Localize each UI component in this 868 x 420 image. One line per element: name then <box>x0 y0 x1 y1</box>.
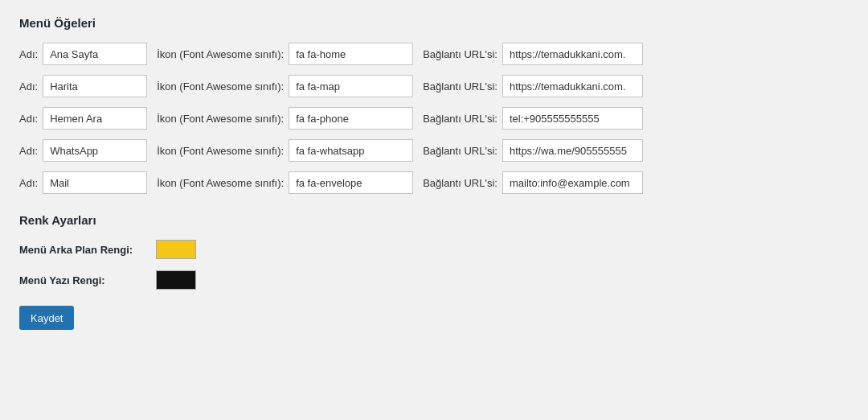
bg-color-label: Menü Arka Plan Rengi: <box>19 244 148 256</box>
icon-input-2[interactable] <box>289 107 413 130</box>
menu-row-4: Adı: İkon (Font Awesome sınıfı): Bağlant… <box>19 171 849 194</box>
url-label-0: Bağlantı URL'si: <box>423 48 497 60</box>
icon-label-2: İkon (Font Awesome sınıfı): <box>157 113 284 125</box>
icon-input-1[interactable] <box>289 75 413 97</box>
bg-color-row: Menü Arka Plan Rengi: <box>19 240 849 259</box>
menu-row-3: Adı: İkon (Font Awesome sınıfı): Bağlant… <box>19 139 849 162</box>
icon-group-3: İkon (Font Awesome sınıfı): <box>157 139 413 162</box>
name-input-1[interactable] <box>43 75 147 97</box>
url-input-2[interactable] <box>502 107 643 130</box>
url-group-0: Bağlantı URL'si: <box>423 43 643 65</box>
menu-row-0: Adı: İkon (Font Awesome sınıfı): Bağlant… <box>19 43 849 65</box>
menu-row-2: Adı: İkon (Font Awesome sınıfı): Bağlant… <box>19 107 849 130</box>
name-group-1: Adı: <box>19 75 147 97</box>
menu-items-section: Menü Öğeleri Adı: İkon (Font Awesome sın… <box>19 16 849 194</box>
icon-group-2: İkon (Font Awesome sınıfı): <box>157 107 413 130</box>
name-group-3: Adı: <box>19 139 147 162</box>
icon-group-0: İkon (Font Awesome sınıfı): <box>157 43 413 65</box>
url-input-3[interactable] <box>502 139 643 162</box>
menu-items-title: Menü Öğeleri <box>19 16 849 30</box>
url-label-3: Bağlantı URL'si: <box>423 145 497 157</box>
url-label-4: Bağlantı URL'si: <box>423 177 497 189</box>
color-settings-title: Renk Ayarları <box>19 213 849 227</box>
name-group-0: Adı: <box>19 43 147 65</box>
text-color-label: Menü Yazı Rengi: <box>19 274 148 286</box>
icon-input-0[interactable] <box>289 43 413 65</box>
name-input-0[interactable] <box>43 43 147 65</box>
menu-rows-container: Adı: İkon (Font Awesome sınıfı): Bağlant… <box>19 43 849 194</box>
url-input-1[interactable] <box>502 75 643 97</box>
menu-row-1: Adı: İkon (Font Awesome sınıfı): Bağlant… <box>19 75 849 97</box>
url-input-0[interactable] <box>502 43 643 65</box>
url-group-4: Bağlantı URL'si: <box>423 171 643 194</box>
url-label-2: Bağlantı URL'si: <box>423 113 497 125</box>
icon-label-0: İkon (Font Awesome sınıfı): <box>157 48 284 60</box>
bg-color-swatch[interactable] <box>156 240 196 259</box>
icon-group-4: İkon (Font Awesome sınıfı): <box>157 171 413 194</box>
name-label-3: Adı: <box>19 145 38 157</box>
save-button[interactable]: Kaydet <box>19 306 74 330</box>
name-group-2: Adı: <box>19 107 147 130</box>
name-group-4: Adı: <box>19 171 147 194</box>
icon-label-1: İkon (Font Awesome sınıfı): <box>157 80 284 93</box>
name-label-1: Adı: <box>19 80 38 93</box>
name-label-0: Adı: <box>19 48 38 60</box>
text-color-row: Menü Yazı Rengi: <box>19 270 849 290</box>
url-label-1: Bağlantı URL'si: <box>423 80 497 93</box>
name-input-4[interactable] <box>43 171 147 194</box>
icon-label-4: İkon (Font Awesome sınıfı): <box>157 177 284 189</box>
text-color-swatch[interactable] <box>156 270 196 290</box>
name-label-2: Adı: <box>19 113 38 125</box>
url-group-3: Bağlantı URL'si: <box>423 139 643 162</box>
icon-input-4[interactable] <box>289 171 413 194</box>
name-label-4: Adı: <box>19 177 38 189</box>
url-group-1: Bağlantı URL'si: <box>423 75 643 97</box>
url-group-2: Bağlantı URL'si: <box>423 107 643 130</box>
icon-input-3[interactable] <box>289 139 413 162</box>
icon-label-3: İkon (Font Awesome sınıfı): <box>157 145 284 157</box>
color-settings-section: Renk Ayarları Menü Arka Plan Rengi: Menü… <box>19 213 849 290</box>
url-input-4[interactable] <box>502 171 643 194</box>
name-input-2[interactable] <box>43 107 147 130</box>
name-input-3[interactable] <box>43 139 147 162</box>
icon-group-1: İkon (Font Awesome sınıfı): <box>157 75 413 97</box>
